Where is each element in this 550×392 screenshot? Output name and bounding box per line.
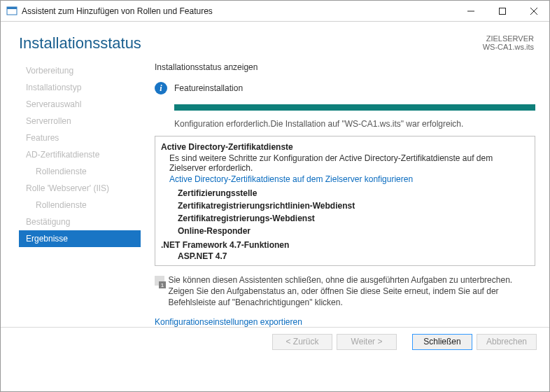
sidebar-item-rollendienste-2: Rollendienste [19,197,141,214]
group-description: Es sind weitere Schritte zur Konfigurati… [169,153,529,173]
sidebar-item-ad-zertifikatdienste: AD-Zertifikatdienste [19,146,141,163]
close-wizard-button[interactable]: Schließen [412,334,472,350]
app-icon [6,6,17,17]
status-label: Featureinstallation [174,83,243,93]
group-net-framework: .NET Framework 4.7-Funktionen [161,240,529,250]
content-panel: Installationsstatus anzeigen i Featurein… [141,58,535,327]
list-item: Zertifizierungsstelle [178,187,529,200]
target-label: ZIELSERVER [483,34,534,43]
page-title: Installationsstatus [19,34,141,52]
list-item: Zertifikatregistrierungs-Webdienst [178,212,529,225]
wizard-footer: < Zurück Weiter > Schließen Abbrechen [1,327,549,356]
sidebar-item-ergebnisse[interactable]: Ergebnisse [19,230,141,247]
export-settings-link[interactable]: Konfigurationseinstellungen exportieren [155,317,535,327]
sidebar-item-vorbereitung: Vorbereitung [19,62,141,79]
titlebar: Assistent zum Hinzufügen von Rollen und … [1,1,549,22]
progress-fill [174,104,535,111]
wizard-sidebar: Vorbereitung Installationstyp Serverausw… [19,58,141,327]
group-ad-zertifikatdienste: Active Directory-Zertifikatdienste [161,142,529,152]
status-line: i Featureinstallation [155,82,535,94]
tip-text: Sie können diesen Assistenten schließen,… [168,274,535,309]
flag-icon: 1 [155,276,161,291]
sidebar-item-webserver-iis: Rolle 'Webserver' (IIS) [19,180,141,197]
panel-heading: Installationsstatus anzeigen [155,62,535,72]
target-server-info: ZIELSERVER WS-CA1.ws.its [483,34,534,51]
result-text: Konfiguration erforderlich.Die Installat… [174,119,535,129]
maximize-button[interactable] [486,1,518,21]
sidebar-item-serverauswahl: Serverauswahl [19,96,141,113]
window-title: Assistent zum Hinzufügen von Rollen und … [22,6,455,16]
sidebar-item-rollendienste-1: Rollendienste [19,163,141,180]
svg-rect-1 [7,7,17,9]
minimize-button[interactable] [455,1,486,21]
window-buttons [455,1,549,21]
next-button: Weiter > [337,334,397,350]
main: Installationsstatus ZIELSERVER WS-CA1.ws… [1,22,549,356]
body: Vorbereitung Installationstyp Serverausw… [1,58,549,327]
sidebar-item-features: Features [19,130,141,146]
configure-adcs-link[interactable]: Active Directory-Zertifikatdienste auf d… [169,174,529,184]
target-value: WS-CA1.ws.its [483,43,534,51]
list-item: ASP.NET 4.7 [178,250,529,262]
sidebar-item-serverrollen: Serverrollen [19,113,141,130]
cancel-button: Abbrechen [477,334,537,350]
info-icon: i [155,82,167,94]
list-item: Zertifikatregistrierungsrichtlinien-Webd… [178,200,529,212]
tip-badge: 1 [159,281,166,288]
sidebar-item-bestaetigung: Bestätigung [19,214,141,230]
back-button: < Zurück [272,334,332,350]
results-listbox[interactable]: Active Directory-Zertifikatdienste Es si… [155,136,535,266]
progress-bar [174,104,535,111]
tip-zone: 1 Sie können diesen Assistenten schließe… [155,274,535,309]
svg-rect-3 [499,8,505,14]
header-zone: Installationsstatus ZIELSERVER WS-CA1.ws… [1,22,549,58]
close-button[interactable] [518,1,549,21]
sidebar-item-installationstyp: Installationstyp [19,79,141,96]
list-item: Online-Responder [178,225,529,237]
